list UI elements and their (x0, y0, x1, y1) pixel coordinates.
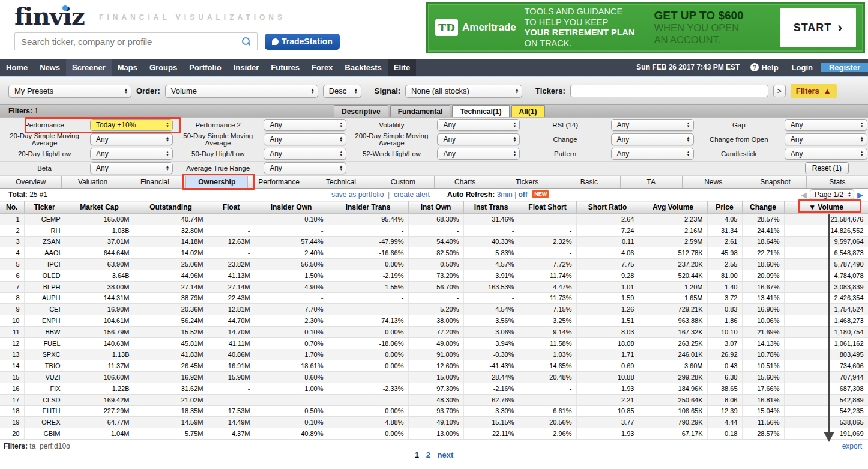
auto-refresh-off-link[interactable]: off (519, 190, 528, 199)
ticker-link[interactable]: VUZI (24, 372, 65, 383)
nav-item-portfolio[interactable]: Portfolio (183, 59, 227, 76)
ticker-link[interactable]: ENPH (24, 315, 65, 327)
ticker-link[interactable]: ZSAN (24, 236, 65, 247)
ticker-link[interactable]: SPXC (24, 349, 65, 360)
filter-tab-descriptive[interactable]: Descriptive (334, 105, 388, 117)
nav-login[interactable]: Login (783, 63, 821, 72)
filter-select-beta[interactable]: Any▲▼ (90, 162, 173, 174)
ticker-link[interactable]: OREX (24, 417, 65, 428)
ticker-link[interactable]: IPCI (24, 259, 65, 270)
filter-tab-all-1-[interactable]: All(1) (511, 105, 545, 117)
ticker-link[interactable]: OLED (24, 270, 65, 281)
column-header-change[interactable]: Change (742, 201, 784, 214)
finviz-logo[interactable]: finviz (14, 2, 85, 30)
ticker-link[interactable]: BLPH (24, 281, 65, 292)
ticker-link[interactable]: FUEL (24, 337, 65, 349)
nav-item-backtests[interactable]: Backtests (339, 59, 387, 76)
view-tab-tickers[interactable]: Tickers (496, 176, 558, 188)
filter-tab-technical-1-[interactable]: Technical(1) (452, 105, 509, 117)
ticker-link[interactable]: GBIM (24, 428, 65, 440)
order-select[interactable]: Volume▲▼ (165, 85, 318, 98)
filter-tab-fundamental[interactable]: Fundamental (390, 105, 451, 117)
create-alert-link[interactable]: create alert (394, 190, 430, 199)
nav-register[interactable]: Register (821, 63, 868, 72)
filter-select-change[interactable]: Any▲▼ (611, 133, 694, 145)
nav-item-insider[interactable]: Insider (228, 59, 265, 76)
view-tab-ta[interactable]: TA (621, 176, 683, 188)
ticker-link[interactable]: TBIO (24, 360, 65, 372)
view-tab-overview[interactable]: Overview (0, 176, 62, 188)
column-header-outstanding[interactable]: Outstanding (134, 201, 208, 214)
export-link[interactable]: export (842, 442, 862, 450)
search-icon[interactable] (241, 37, 251, 46)
nav-item-news[interactable]: News (34, 59, 66, 76)
filter-select-200-day-simple-moving-average[interactable]: Any▲▼ (437, 133, 520, 145)
ticker-link[interactable]: AUPH (24, 292, 65, 304)
tickers-go-button[interactable]: > (773, 85, 786, 97)
view-tab-technical[interactable]: Technical (310, 176, 372, 188)
page-prev-icon[interactable]: ◀ (801, 191, 807, 199)
order-direction-select[interactable]: Desc▲▼ (323, 85, 361, 98)
filter-select-50-day-high-low[interactable]: Any▲▼ (264, 148, 346, 160)
column-header-insider-trans[interactable]: Insider Trans (328, 201, 408, 214)
filter-select-50-day-simple-moving-average[interactable]: Any▲▼ (264, 133, 346, 145)
column-header-float-short[interactable]: Float Short (519, 201, 576, 214)
view-tab-performance[interactable]: Performance (248, 176, 310, 188)
column-header-insider-own[interactable]: Insider Own (255, 201, 328, 214)
view-tab-financial[interactable]: Financial (124, 176, 186, 188)
column-header-avg-volume[interactable]: Avg Volume (639, 201, 707, 214)
auto-refresh-interval-link[interactable]: 3min (497, 190, 513, 199)
view-tab-news[interactable]: News (683, 176, 744, 188)
ticker-link[interactable]: CEI (24, 304, 65, 315)
nav-item-home[interactable]: Home (0, 59, 34, 76)
column-header-inst-own[interactable]: Inst Own (408, 201, 463, 214)
view-tab-snapshot[interactable]: Snapshot (744, 176, 806, 188)
ticker-link[interactable]: CEMP (24, 214, 65, 225)
search-input[interactable] (21, 37, 241, 47)
filter-select-pattern[interactable]: Any▲▼ (611, 148, 694, 160)
column-header-ticker[interactable]: Ticker (24, 201, 65, 214)
column-header-inst-trans[interactable]: Inst Trans (463, 201, 519, 214)
tradestation-button[interactable]: TradeStation (265, 34, 340, 50)
column-header-float[interactable]: Float (208, 201, 255, 214)
column-header-volume[interactable]: ▼ Volume (784, 201, 868, 214)
view-tab-stats[interactable]: Stats (807, 176, 868, 188)
reset-filters-button[interactable]: Reset (1) (805, 162, 849, 174)
view-tab-custom[interactable]: Custom (372, 176, 434, 188)
tickers-input[interactable] (570, 85, 768, 97)
ticker-link[interactable]: BBW (24, 326, 65, 337)
filter-select-performance[interactable]: Today +10%▲▼ (90, 119, 173, 131)
page-select[interactable]: Page 1/2▲▼ (810, 189, 854, 200)
filter-select-20-day-high-low[interactable]: Any▲▼ (90, 148, 173, 160)
filter-select-change-from-open[interactable]: Any▲▼ (785, 133, 867, 145)
column-header-no-[interactable]: No. (0, 201, 24, 214)
ticker-link[interactable]: CLSD (24, 394, 65, 405)
page-number-2-link[interactable]: 2 (426, 450, 430, 459)
ticker-link[interactable]: AAOI (24, 247, 65, 259)
column-header-price[interactable]: Price (707, 201, 742, 214)
filters-toggle-button[interactable]: Filters▲ (791, 84, 837, 98)
column-header-short-ratio[interactable]: Short Ratio (576, 201, 639, 214)
nav-help[interactable]: ?Help (746, 63, 783, 72)
filter-select-20-day-simple-moving-average[interactable]: Any▲▼ (90, 133, 173, 145)
view-tab-valuation[interactable]: Valuation (62, 176, 124, 188)
save-as-portfolio-link[interactable]: save as portfolio (331, 190, 384, 199)
filter-select-candlestick[interactable]: Any▲▼ (785, 148, 867, 160)
nav-item-futures[interactable]: Futures (265, 59, 306, 76)
view-tab-ownership[interactable]: Ownership (186, 176, 248, 188)
filter-select-52-week-high-low[interactable]: Any▲▼ (437, 148, 520, 160)
nav-item-screener[interactable]: Screener (66, 59, 112, 76)
column-header-market-cap[interactable]: Market Cap (65, 201, 134, 214)
nav-item-groups[interactable]: Groups (143, 59, 183, 76)
ad-start-button[interactable]: START › (780, 8, 856, 47)
page-next-icon[interactable]: ▶ (857, 191, 863, 199)
page-next-link[interactable]: next (437, 450, 453, 459)
filter-select-performance-2[interactable]: Any▲▼ (264, 119, 346, 131)
signal-select[interactable]: None (all stocks)▲▼ (405, 85, 522, 98)
filter-select-rsi-14-[interactable]: Any▲▼ (611, 119, 694, 131)
ticker-link[interactable]: FIX (24, 383, 65, 394)
td-ameritrade-ad[interactable]: TD Ameritrade TOOLS AND GUIDANCE TO HELP… (426, 2, 865, 53)
view-tab-charts[interactable]: Charts (435, 176, 496, 188)
filter-select-gap[interactable]: Any▲▼ (785, 119, 867, 131)
nav-item-forex[interactable]: Forex (306, 59, 339, 76)
